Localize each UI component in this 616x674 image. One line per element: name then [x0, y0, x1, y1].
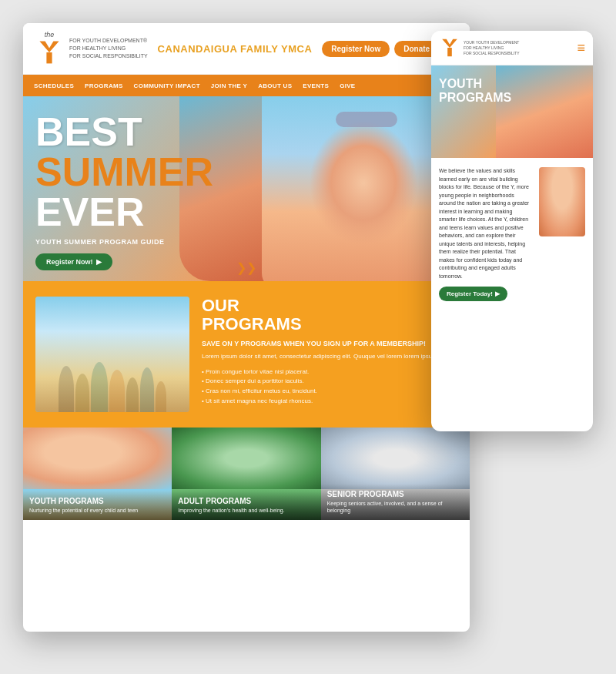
mobile-girl-image: [539, 167, 585, 236]
group-photo-sim: [35, 297, 189, 412]
svg-marker-0: [39, 42, 59, 52]
mobile-logo-area: YOUR YOUTH DEVELOPMENT FOR HEALTHY LIVIN…: [439, 37, 520, 59]
mobile-ymca-y-icon: [439, 37, 460, 59]
senior-card-title: SENIOR PROGRAMS: [327, 490, 464, 498]
mobile-hero-text: YOUTH PROGRAMS: [439, 77, 511, 104]
mobile-register-button[interactable]: Register Today! ▶: [439, 287, 507, 301]
mobile-text-area: We believe the values and skills learned…: [439, 167, 531, 301]
svg-rect-1: [46, 52, 52, 63]
group-silhouettes: [59, 362, 166, 412]
mobile-content: We believe the values and skills learned…: [431, 158, 593, 310]
bullet-1: Proin congue tortor vitae nisl placerat.: [202, 367, 457, 377]
programs-photo: [35, 297, 189, 412]
youth-card[interactable]: YOUTH PROGRAMS Nurturing the potential o…: [23, 428, 172, 520]
org-name: CANANDAIGUA FAMILY YMCA: [148, 43, 323, 55]
person-3: [91, 362, 108, 412]
nav-give[interactable]: GIVE: [335, 82, 360, 89]
nav-bar: SCHEDULES PROGRAMS COMMUNITY IMPACT JOIN…: [23, 75, 470, 96]
youth-card-overlay: YOUTH PROGRAMS Nurturing the potential o…: [23, 491, 172, 520]
bullet-3: Cras non mi, efficitur metus eu, tincidu…: [202, 387, 457, 397]
program-cards: YOUTH PROGRAMS Nurturing the potential o…: [23, 428, 470, 520]
nav-about-us[interactable]: ABOUT US: [253, 82, 296, 89]
hero-text: BEST SUMMER EVER YOUTH SUMMER PROGRAM GU…: [35, 112, 213, 270]
bullet-4: Ut sit amet magna nec feugiat rhoncus.: [202, 397, 457, 407]
programs-content: OUR PROGRAMS SAVE ON Y PROGRAMS WHEN YOU…: [202, 297, 457, 412]
svg-rect-3: [447, 48, 452, 56]
hamburger-menu-icon[interactable]: ≡: [577, 40, 585, 56]
person-6: [140, 367, 154, 412]
adult-card-title: ADULT PROGRAMS: [178, 497, 314, 505]
arrow-icon: ▶: [96, 258, 102, 266]
person-4: [109, 370, 125, 412]
adult-photo: [172, 428, 320, 489]
goggles: [336, 112, 397, 127]
mobile-header: YOUR YOUTH DEVELOPMENT FOR HEALTHY LIVIN…: [431, 31, 593, 65]
hero-section: BEST SUMMER EVER YOUTH SUMMER PROGRAM GU…: [23, 96, 470, 281]
programs-bullets: Proin congue tortor vitae nisl placerat.…: [202, 367, 457, 407]
svg-marker-2: [442, 39, 457, 48]
person-2: [75, 374, 89, 412]
programs-desc: Lorem ipsum dolor sit amet, consectetur …: [202, 352, 457, 360]
youth-card-desc: Nurturing the potential of every child a…: [29, 507, 166, 514]
programs-cta: SAVE ON Y PROGRAMS WHEN YOU SIGN UP FOR …: [202, 340, 457, 347]
senior-card-desc: Keeping seniors active, involved, and a …: [327, 500, 464, 514]
bullet-2: Donec semper dui a porttitor iaculis.: [202, 377, 457, 387]
logo-tagline: FOR YOUTH DEVELOPMENT® FOR HEALTHY LIVIN…: [69, 37, 148, 59]
mobile-hero-line2: PROGRAMS: [439, 91, 511, 105]
scroll-arrow[interactable]: ❯❯: [236, 260, 256, 275]
youth-photo: [23, 428, 172, 489]
ymca-y-icon: [35, 39, 63, 66]
nav-community-impact[interactable]: COMMUNITY IMPACT: [129, 82, 205, 89]
adult-card[interactable]: ADULT PROGRAMS Improving the nation's he…: [172, 428, 320, 520]
mobile-hero-line1: YOUTH: [439, 77, 511, 91]
hero-line1: BEST: [35, 112, 213, 152]
register-now-button[interactable]: Register Now: [322, 41, 390, 57]
programs-section: OUR PROGRAMS SAVE ON Y PROGRAMS WHEN YOU…: [23, 281, 470, 428]
hero-line2: SUMMER: [35, 152, 213, 192]
nav-schedules[interactable]: SCHEDULES: [29, 82, 79, 89]
adult-card-desc: Improving the nation's health and well-b…: [178, 507, 314, 514]
person-1: [59, 366, 74, 412]
person-5: [126, 377, 139, 412]
senior-card-overlay: SENIOR PROGRAMS Keeping seniors active, …: [321, 484, 470, 520]
nav-events[interactable]: EVENTS: [298, 82, 333, 89]
nav-programs[interactable]: PROGRAMS: [80, 82, 128, 89]
hero-line3: EVER: [35, 192, 213, 232]
nav-join-y[interactable]: JOIN THE Y: [206, 82, 252, 89]
person-7: [156, 381, 166, 412]
the-text: the: [45, 31, 55, 39]
site-header: the FOR YOUTH DEVELOPMENT® FOR HEALTHY L…: [23, 23, 470, 75]
mobile-tagline: YOUR YOUTH DEVELOPMENT FOR HEALTHY LIVIN…: [464, 40, 520, 56]
senior-photo: [321, 428, 470, 489]
hero-register-button[interactable]: Register Now! ▶: [35, 253, 112, 270]
mobile-body-text: We believe the values and skills learned…: [439, 167, 531, 280]
desktop-browser: the FOR YOUTH DEVELOPMENT® FOR HEALTHY L…: [23, 23, 470, 632]
adult-card-overlay: ADULT PROGRAMS Improving the nation's he…: [172, 491, 320, 520]
mobile-hero: YOUTH PROGRAMS: [431, 65, 593, 158]
programs-title: OUR PROGRAMS: [202, 297, 457, 334]
hero-child-image: [262, 96, 447, 281]
mobile-browser: YOUR YOUTH DEVELOPMENT FOR HEALTHY LIVIN…: [431, 31, 593, 431]
hero-subtitle: YOUTH SUMMER PROGRAM GUIDE: [35, 238, 213, 246]
mobile-arrow-icon: ▶: [495, 290, 500, 297]
senior-card[interactable]: SENIOR PROGRAMS Keeping seniors active, …: [321, 428, 470, 520]
youth-card-title: YOUTH PROGRAMS: [29, 497, 166, 505]
ymca-logo: the: [35, 31, 63, 66]
logo-area: the FOR YOUTH DEVELOPMENT® FOR HEALTHY L…: [35, 31, 148, 66]
